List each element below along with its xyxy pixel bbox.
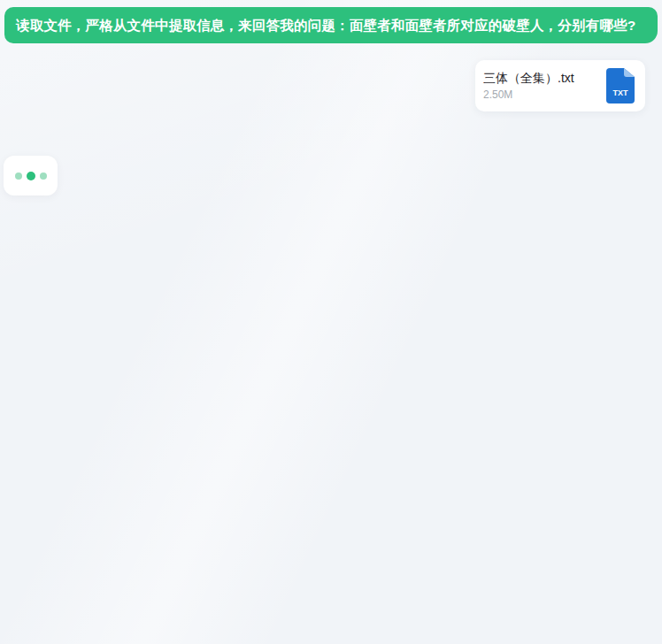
typing-dot <box>27 172 35 180</box>
txt-file-icon-label: TXT <box>613 88 629 97</box>
txt-file-icon-fold <box>624 68 635 77</box>
file-size: 2.50M <box>483 88 574 103</box>
assistant-typing-indicator <box>4 156 58 196</box>
txt-file-icon-body <box>606 68 635 104</box>
user-message-bubble: 读取文件，严格从文件中提取信息，来回答我的问题：面壁者和面壁者所对应的破壁人，分… <box>4 7 658 43</box>
txt-file-icon: TXT <box>606 68 635 104</box>
file-info: 三体（全集）.txt 2.50M <box>483 70 574 103</box>
typing-dot <box>40 172 47 180</box>
chat-area: 读取文件，严格从文件中提取信息，来回答我的问题：面壁者和面壁者所对应的破壁人，分… <box>0 7 662 644</box>
file-name: 三体（全集）.txt <box>483 70 574 87</box>
user-message-text: 读取文件，严格从文件中提取信息，来回答我的问题：面壁者和面壁者所对应的破壁人，分… <box>16 18 635 33</box>
typing-dot <box>15 172 22 180</box>
attachment-row: 三体（全集）.txt 2.50M TXT <box>0 60 645 111</box>
file-attachment-card[interactable]: 三体（全集）.txt 2.50M TXT <box>475 60 645 111</box>
